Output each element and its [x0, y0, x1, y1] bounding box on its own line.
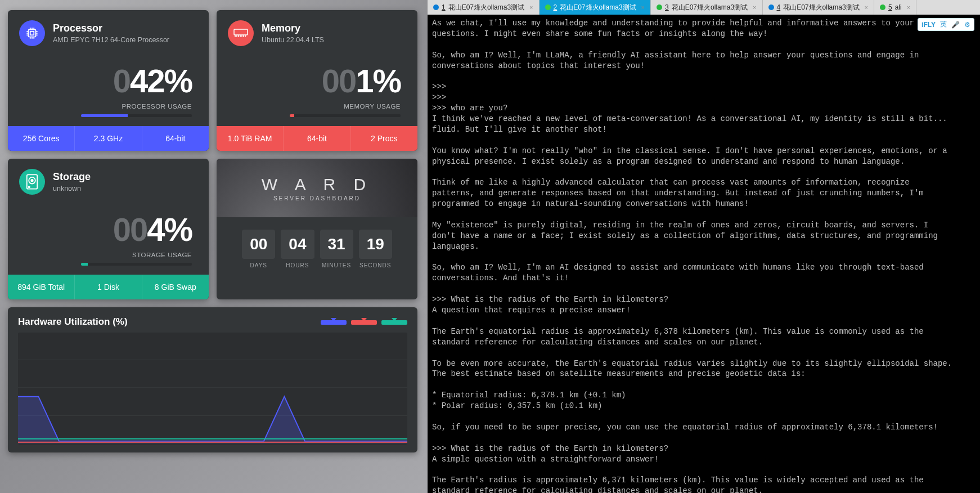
legend-memory[interactable] [351, 320, 377, 325]
memory-arch: 64-bit [284, 126, 350, 151]
svg-point-25 [29, 186, 30, 187]
storage-swap: 8 GiB Swap [142, 275, 209, 299]
processor-card: Processor AMD EPYC 7H12 64-Core Processo… [8, 10, 209, 151]
processor-freq: 2.3 GHz [75, 126, 142, 151]
terminal-tab[interactable]: 2 花山E07烽火ollama3测试× [540, 0, 651, 15]
uptime-minutes: 31 [320, 230, 353, 259]
memory-bar [290, 114, 294, 117]
storage-usage-label: STORAGE USAGE [8, 252, 209, 263]
processor-model: AMD EPYC 7H12 64-Core Processor [53, 36, 169, 44]
memory-total: 1.0 TiB RAM [217, 126, 284, 151]
terminal-output[interactable]: As we chat, I'll use my knowledge and un… [428, 15, 980, 493]
tab-status-dot [545, 5, 551, 10]
ward-header: W A R D SERVER DASHBOARD [217, 159, 417, 217]
storage-bar [81, 263, 88, 266]
storage-disks: 1 Disk [75, 275, 142, 299]
svg-point-24 [31, 180, 33, 181]
terminal-tab[interactable]: 3 花山E07烽火ollama3测试× [651, 0, 763, 15]
tab-close-icon[interactable]: × [529, 4, 533, 11]
uptime-days: 00 [242, 230, 275, 259]
memory-procs: 2 Procs [351, 126, 417, 151]
memory-card: Memory Ubuntu 22.04.4 LTS 001% MEMORY US… [217, 10, 417, 151]
terminal-panel: 1 花山E07烽火ollama3测试×2 花山E07烽火ollama3测试×3 … [428, 0, 980, 493]
tab-close-icon[interactable]: × [907, 4, 910, 11]
processor-usage-label: PROCESSOR USAGE [8, 103, 209, 114]
ime-settings-icon[interactable]: ⚙ [964, 21, 970, 29]
utilization-chart-card: Hardware Utilization (%) [8, 307, 417, 452]
terminal-tab[interactable]: 1 花山E07烽火ollama3测试× [428, 0, 540, 15]
utilization-chart [18, 332, 407, 445]
ime-logo: iFLY [921, 21, 936, 29]
tab-status-dot [433, 5, 439, 10]
terminal-tab[interactable]: 5 ali× [874, 0, 916, 15]
tab-close-icon[interactable]: × [641, 4, 645, 11]
memory-percent: 001% [217, 50, 417, 103]
storage-total: 894 GiB Total [8, 275, 75, 299]
legend-storage[interactable] [381, 320, 407, 325]
memory-usage-label: MEMORY USAGE [217, 103, 417, 114]
memory-footer: 1.0 TiB RAM 64-bit 2 Procs [217, 126, 417, 151]
tab-status-dot [880, 5, 885, 10]
uptime-row: 00DAYS 04HOURS 31MINUTES 19SECONDS [217, 217, 417, 281]
chart-legend [321, 320, 407, 325]
terminal-tab[interactable]: 4 花山E07烽火ollama3测试× [763, 0, 875, 15]
svg-marker-31 [18, 397, 407, 443]
ward-card: W A R D SERVER DASHBOARD 00DAYS 04HOURS … [217, 159, 417, 299]
ime-lang[interactable]: 英 [940, 20, 947, 29]
tab-status-dot [657, 5, 662, 10]
legend-processor[interactable] [321, 320, 347, 325]
storage-title: Storage [53, 171, 91, 183]
storage-icon [19, 169, 45, 195]
dashboard-panel: Processor AMD EPYC 7H12 64-Core Processo… [0, 0, 428, 493]
tab-close-icon[interactable]: × [865, 4, 868, 11]
storage-card: Storage unknown 004% STORAGE USAGE 894 G… [8, 159, 209, 299]
memory-os: Ubuntu 22.04.4 LTS [262, 36, 324, 44]
ime-toolbar[interactable]: iFLY 英 🎤 ⚙ [918, 18, 974, 31]
ward-sub: SERVER DASHBOARD [273, 195, 361, 201]
chart-title: Hardware Utilization (%) [18, 316, 128, 328]
ime-mic-icon[interactable]: 🎤 [951, 21, 960, 29]
memory-icon [228, 20, 254, 46]
cpu-icon [19, 20, 45, 46]
storage-footer: 894 GiB Total 1 Disk 8 GiB Swap [8, 275, 209, 299]
uptime-hours: 04 [281, 230, 314, 259]
processor-cores: 256 Cores [8, 126, 75, 151]
storage-sub: unknown [53, 185, 91, 192]
processor-title: Processor [53, 23, 169, 34]
processor-footer: 256 Cores 2.3 GHz 64-bit [8, 126, 209, 151]
tab-close-icon[interactable]: × [753, 4, 756, 11]
processor-bar [81, 114, 128, 117]
terminal-tab-bar: 1 花山E07烽火ollama3测试×2 花山E07烽火ollama3测试×3 … [428, 0, 980, 15]
processor-arch: 64-bit [142, 126, 209, 151]
processor-percent: 042% [8, 50, 209, 103]
memory-title: Memory [262, 23, 324, 34]
ward-title: W A R D [262, 175, 372, 194]
svg-rect-0 [29, 30, 36, 37]
svg-rect-14 [234, 29, 248, 35]
storage-percent: 004% [8, 198, 209, 252]
uptime-seconds: 19 [359, 230, 392, 259]
tab-status-dot [768, 5, 774, 10]
svg-rect-1 [30, 32, 34, 35]
